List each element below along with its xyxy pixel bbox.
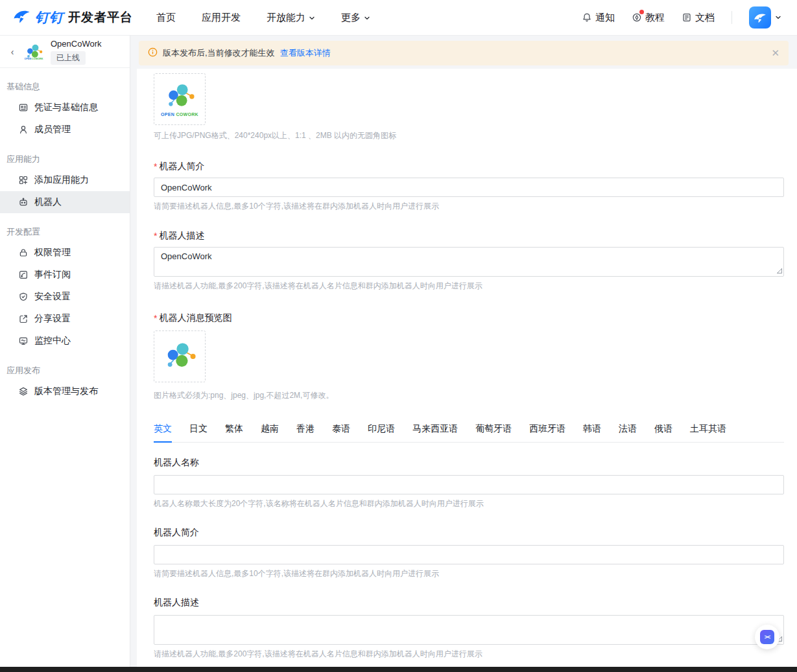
sidebar-item-robot[interactable]: 机器人 — [0, 191, 130, 213]
robot-icon-upload[interactable]: OPEN COWORK — [154, 73, 206, 125]
nav-util-doc[interactable]: 文档 — [682, 12, 715, 24]
brand-name: 钉钉 — [35, 8, 64, 27]
icon-upload-hint: 可上传JPG/PNG格式、240*240px以上、1:1 、2MB 以内的无圆角… — [154, 130, 784, 141]
tab-lang-5[interactable]: 泰语 — [332, 423, 350, 442]
nav-item-2[interactable]: 开放能力 — [267, 12, 315, 24]
user-icon — [18, 124, 29, 135]
sidebar-item-monitor[interactable]: 监控中心 — [0, 330, 130, 352]
tab-lang-2[interactable]: 繁体 — [225, 423, 243, 442]
field-label-intro: * 机器人简介 — [154, 161, 784, 172]
language-tabs: 英文日文繁体越南香港泰语印尼语马来西亚语葡萄牙语西班牙语韩语法语俄语土耳其语 — [154, 423, 784, 443]
tab-lang-9[interactable]: 西班牙语 — [529, 423, 565, 442]
i18n-intro-input[interactable] — [154, 545, 784, 564]
shield-icon — [18, 292, 29, 302]
user-menu[interactable] — [749, 6, 781, 29]
i18n-desc-wrap — [154, 615, 784, 645]
bell-icon — [582, 12, 592, 23]
preview-hint: 图片格式必须为:png、jpeg、jpg,不超过2M,可修改。 — [154, 390, 784, 401]
sidebar-item-event[interactable]: 事件订阅 — [0, 264, 130, 286]
nav-item-label: 更多 — [341, 12, 361, 24]
monitor-icon — [18, 336, 29, 346]
sidebar-group-title: 应用发布 — [0, 361, 130, 380]
main-content: 版本发布后,当前修改才能生效 查看版本详情 ✕ OPEN COWORK — [130, 36, 797, 667]
tab-lang-7[interactable]: 马来西亚语 — [412, 423, 458, 442]
i18n-desc-hint: 请描述机器人功能,最多200字符,该描述将在机器人名片信息和群内添加机器人时向用… — [154, 649, 784, 660]
intro-hint: 请简要描述机器人信息,最多10个字符,该描述将在群内添加机器人时向用户进行展示 — [154, 201, 784, 212]
app-logo: OPEN COWORK — [22, 40, 45, 64]
required-marker: * — [154, 231, 157, 241]
i18n-name-input[interactable] — [154, 475, 784, 494]
nav-item-1[interactable]: 应用开发 — [202, 12, 241, 24]
robot-desc-textarea[interactable]: OpenCoWork — [154, 247, 784, 277]
nav-util-label: 教程 — [645, 12, 665, 24]
robot-desc-wrap: OpenCoWork — [154, 247, 784, 277]
sidebar-item-label: 分享设置 — [34, 313, 71, 325]
nav-item-label: 首页 — [156, 12, 176, 24]
required-marker: * — [154, 161, 157, 172]
back-chevron-icon[interactable]: ‹ — [6, 47, 18, 57]
sidebar-group-2: 开发配置权限管理事件订阅安全设置分享设置监控中心 — [0, 222, 130, 352]
tab-lang-11[interactable]: 法语 — [619, 423, 637, 442]
logo-caption: OPEN COWORK — [161, 112, 198, 117]
field-label-i18n-name: 机器人名称 — [154, 457, 784, 469]
sidebar-item-user[interactable]: 成员管理 — [0, 119, 130, 141]
nav-item-3[interactable]: 更多 — [341, 12, 370, 24]
nav-item-0[interactable]: 首页 — [156, 12, 176, 24]
sidebar-item-grid-plus[interactable]: 添加应用能力 — [0, 169, 130, 191]
field-label-i18n-desc: 机器人描述 — [154, 597, 784, 608]
view-version-link[interactable]: 查看版本详情 — [280, 47, 331, 59]
sidebar-item-label: 成员管理 — [34, 124, 71, 135]
message-preview-upload[interactable] — [154, 330, 206, 382]
sidebar-item-id-card[interactable]: 凭证与基础信息 — [0, 97, 130, 119]
top-navbar: 钉钉 开发者平台 首页应用开发开放能力更多 通知教程文档 — [0, 0, 797, 36]
sidebar-item-layers[interactable]: 版本管理与发布 — [0, 380, 130, 402]
window-bottom-edge — [0, 667, 797, 672]
tab-lang-13[interactable]: 土耳其语 — [690, 423, 726, 442]
desc-hint: 请描述机器人功能,最多200字符,该描述将在机器人名片信息和群内添加机器人时向用… — [154, 281, 784, 292]
sidebar-item-label: 事件订阅 — [34, 269, 71, 281]
sidebar-item-label: 添加应用能力 — [34, 174, 89, 186]
nav-utilities: 通知教程文档 — [582, 6, 781, 29]
tab-lang-0[interactable]: 英文 — [154, 423, 172, 442]
nav-divider — [732, 11, 732, 24]
banner-close-icon[interactable]: ✕ — [771, 47, 779, 59]
nav-util-bell[interactable]: 通知 — [582, 12, 615, 24]
sidebar-item-lock[interactable]: 权限管理 — [0, 242, 130, 264]
tab-lang-8[interactable]: 葡萄牙语 — [475, 423, 512, 442]
sidebar-group-0: 基础信息凭证与基础信息成员管理 — [0, 77, 130, 141]
tab-lang-6[interactable]: 印尼语 — [368, 423, 395, 442]
app-status-badge: 已上线 — [51, 51, 86, 65]
sidebar-group-1: 应用能力添加应用能力机器人 — [0, 150, 130, 213]
i18n-intro-hint: 请简要描述机器人信息,最多10个字符,该描述将在群内添加机器人时向用户进行展示 — [154, 568, 784, 579]
grid-plus-icon — [18, 175, 29, 185]
tab-lang-1[interactable]: 日文 — [189, 423, 208, 442]
notification-dot — [639, 10, 644, 14]
sidebar-item-label: 凭证与基础信息 — [34, 102, 98, 113]
tab-lang-3[interactable]: 越南 — [261, 423, 279, 442]
nav-util-tutorial[interactable]: 教程 — [632, 12, 665, 24]
sidebar: ‹ OPEN COWORK OpenCoWork 已上线 基础信息凭证与基础信息… — [0, 36, 130, 667]
nav-util-label: 文档 — [695, 12, 715, 24]
primary-nav: 首页应用开发开放能力更多 — [156, 12, 370, 24]
tab-lang-12[interactable]: 俄语 — [654, 423, 672, 442]
field-label-preview: * 机器人消息预览图 — [154, 312, 784, 324]
info-icon — [148, 47, 158, 59]
robot-intro-input[interactable] — [154, 178, 784, 197]
sidebar-item-shield[interactable]: 安全设置 — [0, 286, 130, 308]
sidebar-group-title: 开发配置 — [0, 222, 130, 242]
brand[interactable]: 钉钉 开发者平台 — [13, 8, 133, 27]
customer-service-button[interactable]: >< — [755, 625, 779, 649]
brand-suffix: 开发者平台 — [68, 9, 133, 26]
nav-item-label: 应用开发 — [202, 12, 241, 24]
chevron-down-icon — [775, 12, 781, 23]
sidebar-item-share[interactable]: 分享设置 — [0, 308, 130, 330]
i18n-desc-textarea[interactable] — [154, 615, 784, 645]
banner-text: 版本发布后,当前修改才能生效 — [163, 47, 275, 59]
sidebar-app-header: ‹ OPEN COWORK OpenCoWork 已上线 — [0, 36, 130, 68]
sidebar-item-label: 安全设置 — [34, 291, 71, 303]
app-name: OpenCoWork — [51, 39, 102, 49]
tab-lang-10[interactable]: 韩语 — [583, 423, 601, 442]
sidebar-item-label: 版本管理与发布 — [34, 386, 98, 397]
robot-config-panel: OPEN COWORK 可上传JPG/PNG格式、240*240px以上、1:1… — [137, 69, 797, 667]
tab-lang-4[interactable]: 香港 — [296, 423, 315, 442]
